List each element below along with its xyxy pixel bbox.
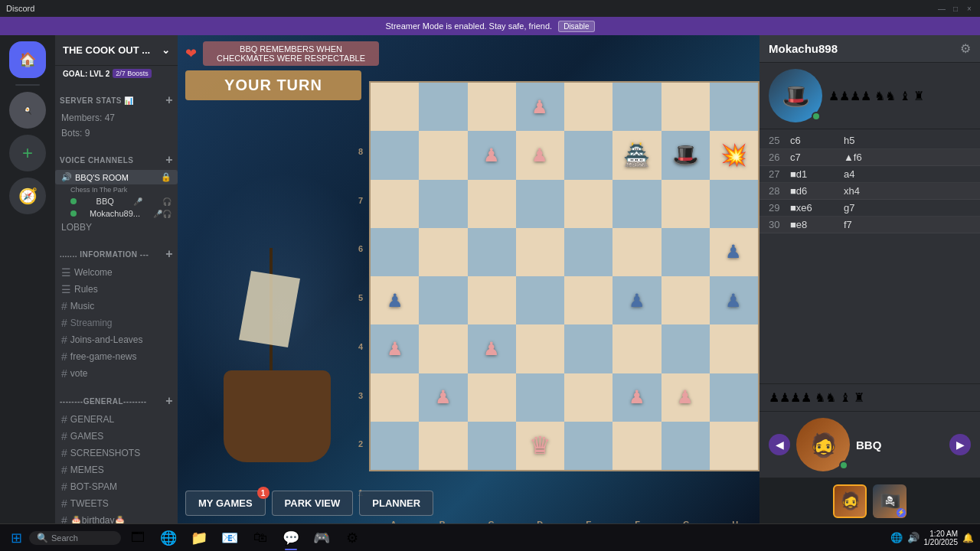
cell-7-6[interactable] (662, 422, 710, 470)
player-thumb-2[interactable]: 🏴‍☠️ ⚡ (873, 484, 906, 518)
cell-6-1[interactable]: ♟ (419, 373, 467, 422)
cell-1-0[interactable] (371, 131, 419, 179)
cell-7-7[interactable] (710, 422, 758, 470)
cell-1-7[interactable]: 💥 (710, 131, 758, 179)
cell-2-6[interactable] (662, 180, 710, 228)
cell-7-4[interactable] (564, 422, 612, 470)
taskbar-store[interactable]: 🛍 (247, 524, 274, 552)
explore-servers-icon[interactable]: 🧭 (9, 178, 46, 214)
channel-memes[interactable]: #MEMES (55, 461, 178, 478)
cell-2-2[interactable] (468, 180, 516, 228)
cell-3-7[interactable]: ♟ (710, 228, 758, 276)
minimize-btn[interactable]: — (937, 4, 946, 13)
next-arrow[interactable]: ▶ (949, 434, 971, 455)
player-thumb-1[interactable]: 🧔 (833, 484, 867, 518)
taskbar-game[interactable]: 🎮 (308, 524, 335, 552)
cell-4-0[interactable]: ♟ (371, 276, 419, 324)
channel-birthday[interactable]: #🎂birthday🎂 (55, 512, 178, 523)
taskbar-explorer[interactable]: 📁 (185, 524, 213, 552)
add-server-icon[interactable]: + (9, 135, 46, 171)
cell-4-6[interactable] (662, 276, 710, 324)
cell-4-1[interactable] (419, 276, 467, 324)
cell-1-2[interactable]: ♟ (468, 131, 516, 179)
cell-3-3[interactable] (516, 228, 564, 276)
cell-2-1[interactable] (419, 180, 467, 228)
start-button[interactable]: ⊞ (6, 528, 26, 548)
channel-screenshots[interactable]: #SCREENSHOTS (55, 445, 178, 461)
cell-4-2[interactable] (468, 276, 516, 324)
sound-icon[interactable]: 🔊 (907, 532, 920, 543)
taskbar-mail[interactable]: 📧 (216, 524, 243, 552)
cell-7-3[interactable]: ♛ (516, 422, 564, 470)
taskbar-widgets[interactable]: 🗔 (124, 524, 152, 552)
channel-joins[interactable]: #Joins-and-Leaves (55, 331, 178, 348)
server-name-bar[interactable]: THE COOK OUT ... ⌄ (55, 35, 178, 66)
cell-5-1[interactable] (419, 324, 467, 373)
cell-5-5[interactable] (612, 324, 661, 373)
taskbar-settings[interactable]: ⚙ (338, 524, 366, 552)
cell-3-4[interactable] (564, 228, 612, 276)
channel-tweets[interactable]: #TWEETS (55, 495, 178, 512)
cell-1-3[interactable]: ♟ (516, 131, 564, 179)
close-btn[interactable]: × (965, 4, 974, 13)
cell-1-1[interactable] (419, 131, 467, 179)
notification-btn[interactable]: 🔔 (962, 533, 974, 543)
cell-6-3[interactable] (516, 373, 564, 422)
move-history[interactable]: 25 c6 h5 26 c7 ▲f6 27 ■d1 a4 28 ■d6 xh4 … (760, 129, 980, 383)
cell-4-4[interactable] (564, 276, 612, 324)
settings-gear-icon[interactable]: ⚙ (960, 41, 971, 56)
cell-7-1[interactable] (419, 422, 467, 470)
cell-3-0[interactable] (371, 228, 419, 276)
cell-2-0[interactable] (371, 180, 419, 228)
cell-4-7[interactable]: ♟ (710, 276, 758, 324)
cell-6-4[interactable] (564, 373, 612, 422)
add-channel-btn[interactable]: + (165, 93, 173, 107)
channel-welcome[interactable]: ☰Welcome (55, 264, 178, 281)
add-info-btn[interactable]: + (165, 247, 173, 261)
channel-vote[interactable]: #vote (55, 365, 178, 382)
planner-button[interactable]: PLANNER (359, 491, 433, 516)
cell-5-3[interactable] (516, 324, 564, 373)
park-view-button[interactable]: PARK VIEW (272, 491, 354, 516)
disable-streamer-button[interactable]: Disable (558, 21, 594, 32)
my-games-button[interactable]: MY GAMES 1 (185, 491, 266, 516)
cell-1-4[interactable] (564, 131, 612, 179)
taskbar-discord[interactable]: 💬 (277, 524, 305, 552)
boost-button[interactable]: 2/7 Boosts (113, 69, 152, 78)
channel-games[interactable]: #GAMES (55, 428, 178, 445)
chess-board[interactable]: ♟♟♟🏯🎩💥♟♟♟♟♟♟♟♟♟♛ (369, 81, 760, 471)
cell-2-4[interactable] (564, 180, 612, 228)
cell-4-3[interactable] (516, 276, 564, 324)
cell-1-5[interactable]: 🏯 (612, 131, 661, 179)
cell-6-2[interactable] (468, 373, 516, 422)
cell-5-4[interactable] (564, 324, 612, 373)
cell-3-1[interactable] (419, 228, 467, 276)
cell-3-5[interactable] (612, 228, 661, 276)
channel-general[interactable]: #GENERAL (55, 411, 178, 428)
cell-5-7[interactable] (710, 324, 758, 373)
cell-2-5[interactable] (612, 180, 661, 228)
bbqs-room-channel[interactable]: 🔊 BBQ'S ROOM 🔒 (55, 170, 178, 184)
taskbar-search-bar[interactable]: 🔍 Search (29, 531, 121, 545)
home-server-icon[interactable]: 🏠 (9, 41, 46, 78)
prev-arrow[interactable]: ◀ (769, 434, 790, 455)
cell-3-6[interactable] (662, 228, 710, 276)
lobby-item[interactable]: LOBBY (55, 220, 178, 235)
add-voice-btn[interactable]: + (165, 153, 173, 167)
cell-5-6[interactable] (662, 324, 710, 373)
cell-6-5[interactable]: ♟ (612, 373, 661, 422)
cell-6-0[interactable] (371, 373, 419, 422)
channel-botspam[interactable]: #BOT-SPAM (55, 478, 178, 495)
cell-2-3[interactable] (516, 180, 564, 228)
cell-4-5[interactable]: ♟ (612, 276, 661, 324)
cell-1-6[interactable]: 🎩 (662, 131, 710, 179)
channel-streaming[interactable]: #Streaming (55, 315, 178, 331)
cell-6-6[interactable]: ♟ (662, 373, 710, 422)
channel-rules[interactable]: ☰Rules (55, 281, 178, 298)
add-general-btn[interactable]: + (165, 394, 173, 408)
channel-music[interactable]: #Music (55, 298, 178, 315)
cook-out-server-icon[interactable]: 🍳 (9, 92, 46, 129)
taskbar-browser[interactable]: 🌐 (155, 524, 182, 552)
cell-2-7[interactable] (710, 180, 758, 228)
cell-6-7[interactable] (710, 373, 758, 422)
